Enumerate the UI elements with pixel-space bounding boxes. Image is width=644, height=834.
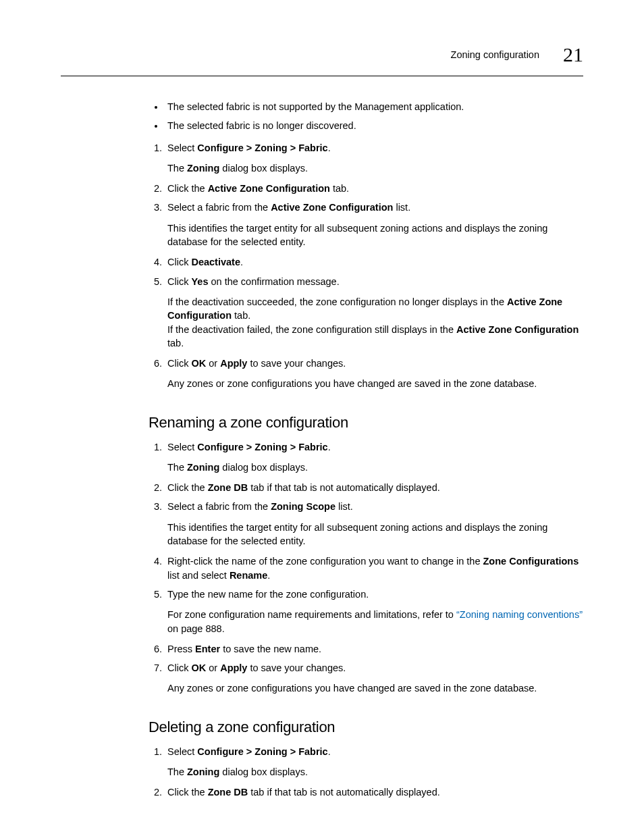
text: Click: [167, 662, 191, 673]
text: Press: [167, 644, 195, 654]
section-title: Zoning configuration: [451, 48, 539, 61]
list-name: Active Zone Configuration: [271, 202, 393, 213]
text: tab.: [330, 183, 349, 194]
page-header: Zoning configuration 21: [61, 41, 583, 69]
text: or: [206, 358, 220, 369]
button-name: Yes: [191, 276, 208, 287]
text: .: [267, 570, 270, 581]
button-name: Deactivate: [191, 257, 240, 267]
menu-item: Rename: [230, 570, 267, 581]
heading-renaming: Renaming a zone configuration: [149, 413, 583, 434]
step-note: For zone configuration name requirements…: [167, 608, 583, 635]
text: on the confirmation message.: [208, 276, 339, 287]
text: For zone configuration name requirements…: [167, 609, 456, 620]
text: on page 888.: [167, 623, 225, 634]
text: .: [328, 442, 331, 452]
step-note: Any zones or zone configurations you hav…: [167, 377, 583, 390]
button-name: Apply: [220, 662, 247, 673]
list-item: Click OK or Apply to save your changes. …: [165, 661, 583, 696]
list-item: Click Yes on the confirmation message. I…: [165, 275, 583, 350]
text: Select: [167, 746, 197, 757]
text: Click the: [167, 482, 208, 493]
list-item: Click the Active Zone Configuration tab.: [165, 182, 583, 195]
tab-name: Zone DB: [208, 482, 248, 493]
list-item: Select Configure > Zoning > Fabric. The …: [165, 440, 583, 475]
text: The: [167, 462, 187, 473]
menu-path: Configure > Zoning > Fabric: [197, 142, 327, 153]
text: Type the new name for the zone configura…: [167, 589, 369, 600]
text: list and select: [167, 570, 230, 581]
text: list.: [393, 202, 410, 213]
list-item: Click the Zone DB tab if that tab is not…: [165, 785, 583, 799]
heading-deleting: Deleting a zone configuration: [149, 717, 583, 738]
steps-deactivate: Select Configure > Zoning > Fabric. The …: [149, 141, 583, 391]
menu-path: Configure > Zoning > Fabric: [197, 442, 327, 452]
text: to save the new name.: [220, 644, 321, 654]
text: tab if that tab is not automatically dis…: [248, 482, 440, 493]
step-note: This identifies the target entity for al…: [167, 521, 583, 548]
step-note: The Zoning dialog box displays.: [167, 461, 583, 474]
list-item: Select Configure > Zoning > Fabric. The …: [165, 745, 583, 779]
dialog-name: Zoning: [187, 163, 219, 174]
body-content: The selected fabric is not supported by …: [149, 100, 583, 799]
text: The: [167, 163, 187, 174]
text: .: [328, 142, 331, 153]
text: tab.: [167, 338, 184, 348]
text: .: [328, 746, 331, 757]
text: Click: [167, 276, 191, 287]
text: or: [206, 662, 220, 673]
step-note: The Zoning dialog box displays.: [167, 161, 583, 175]
dialog-name: Zoning: [187, 462, 219, 473]
chapter-number: 21: [563, 41, 583, 69]
menu-path: Configure > Zoning > Fabric: [197, 746, 327, 757]
text: Click the: [167, 183, 208, 194]
list-item: Type the new name for the zone configura…: [165, 588, 583, 635]
button-name: Apply: [220, 358, 247, 369]
text: Select: [167, 442, 197, 452]
list-item: Select Configure > Zoning > Fabric. The …: [165, 141, 583, 176]
text: to save your changes.: [247, 358, 346, 369]
text: Right-click the name of the zone configu…: [167, 556, 483, 567]
page: Zoning configuration 21 The selected fab…: [0, 0, 644, 834]
list-item: Click Deactivate.: [165, 255, 583, 269]
text: dialog box displays.: [219, 766, 308, 777]
text: The: [167, 766, 187, 777]
text: dialog box displays.: [219, 163, 308, 174]
text: list.: [336, 501, 353, 512]
text: Click the: [167, 787, 208, 798]
text: Click: [167, 257, 191, 267]
tab-name: Active Zone Configuration: [208, 183, 330, 194]
step-note: Any zones or zone configurations you hav…: [167, 681, 583, 695]
step-note: This identifies the target entity for al…: [167, 221, 583, 249]
text: .: [240, 257, 243, 267]
text: If the deactivation failed, the zone con…: [167, 324, 456, 335]
text: Select: [167, 142, 197, 153]
tab-name: Active Zone Configuration: [456, 324, 579, 335]
list-name: Zone Configurations: [483, 556, 579, 567]
list-item: Press Enter to save the new name.: [165, 642, 583, 656]
text: tab if that tab is not automatically dis…: [248, 787, 440, 798]
text: dialog box displays.: [219, 462, 308, 473]
list-item: Click OK or Apply to save your changes. …: [165, 357, 583, 391]
xref-link[interactable]: “Zoning naming conventions”: [456, 609, 583, 620]
text: to save your changes.: [247, 662, 346, 673]
list-item: Click the Zone DB tab if that tab is not…: [165, 481, 583, 494]
list-item: Right-click the name of the zone configu…: [165, 554, 583, 582]
steps-rename: Select Configure > Zoning > Fabric. The …: [149, 440, 583, 696]
key-name: Enter: [195, 644, 220, 654]
text: If the deactivation succeeded, the zone …: [167, 296, 507, 307]
list-name: Zoning Scope: [271, 501, 336, 512]
tab-name: Zone DB: [208, 787, 248, 798]
button-name: OK: [191, 358, 206, 369]
list-item: Select a fabric from the Zoning Scope li…: [165, 500, 583, 548]
dialog-name: Zoning: [187, 766, 219, 777]
steps-delete: Select Configure > Zoning > Fabric. The …: [149, 745, 583, 800]
step-note: The Zoning dialog box displays.: [167, 765, 583, 779]
text: Select a fabric from the: [167, 501, 271, 512]
step-note: If the deactivation succeeded, the zone …: [167, 295, 583, 350]
button-name: OK: [191, 662, 206, 673]
list-item: Select a fabric from the Active Zone Con…: [165, 201, 583, 249]
bullet-list: The selected fabric is not supported by …: [149, 100, 583, 133]
text: Click: [167, 358, 191, 369]
list-item: The selected fabric is not supported by …: [165, 100, 583, 113]
